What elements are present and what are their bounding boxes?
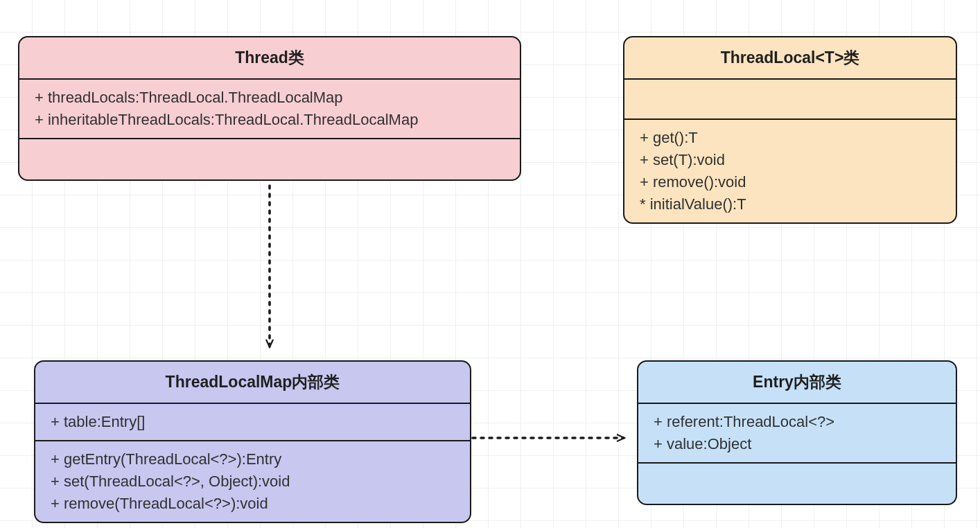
class-threadlocalmap: ThreadLocalMap内部类 + table:Entry[] + getE… xyxy=(34,360,471,523)
class-thread-attrs: + threadLocals:ThreadLocal.ThreadLocalMa… xyxy=(19,80,520,139)
class-threadlocal-attrs xyxy=(624,80,956,120)
attr-line: + threadLocals:ThreadLocal.ThreadLocalMa… xyxy=(35,87,505,109)
attr-line: + table:Entry[] xyxy=(51,411,455,433)
class-threadlocal-title: ThreadLocal<T>类 xyxy=(624,37,956,80)
class-entry-attrs: + referent:ThreadLocal<?> + value:Object xyxy=(638,404,956,464)
method-line: + set(T):void xyxy=(640,149,940,171)
method-line: + remove():void xyxy=(640,171,940,193)
method-line: + getEntry(ThreadLocal<?>):Entry xyxy=(51,448,455,470)
method-line: + set(ThreadLocal<?>, Object):void xyxy=(51,470,455,493)
method-line: + remove(ThreadLocal<?>):void xyxy=(51,493,455,515)
class-thread: Thread类 + threadLocals:ThreadLocal.Threa… xyxy=(18,36,521,181)
attr-line: + referent:ThreadLocal<?> xyxy=(654,411,940,433)
class-entry-methods xyxy=(638,464,956,504)
class-threadlocalmap-attrs: + table:Entry[] xyxy=(35,404,470,441)
attr-line: + value:Object xyxy=(654,433,940,455)
class-thread-methods xyxy=(19,139,520,179)
class-entry-title: Entry内部类 xyxy=(638,362,956,404)
method-line: * initialValue():T xyxy=(640,193,940,215)
method-line: + get():T xyxy=(640,127,940,149)
class-threadlocal: ThreadLocal<T>类 + get():T + set(T):void … xyxy=(623,36,957,224)
class-threadlocal-methods: + get():T + set(T):void + remove():void … xyxy=(624,120,956,222)
class-threadlocalmap-methods: + getEntry(ThreadLocal<?>):Entry + set(T… xyxy=(35,441,470,522)
class-thread-title: Thread类 xyxy=(19,37,520,80)
class-entry: Entry内部类 + referent:ThreadLocal<?> + val… xyxy=(637,360,957,505)
class-threadlocalmap-title: ThreadLocalMap内部类 xyxy=(35,362,470,404)
attr-line: + inheritableThreadLocals:ThreadLocal.Th… xyxy=(35,109,505,131)
